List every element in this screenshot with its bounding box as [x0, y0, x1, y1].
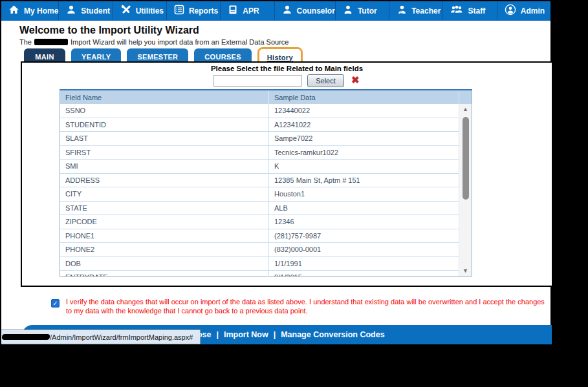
cell-sample-data: (281)757-9987 [268, 229, 459, 243]
staff-icon [450, 5, 463, 17]
apr-icon [228, 5, 238, 17]
cell-sample-data: Tecnics-ramkur1022 [268, 146, 459, 160]
redacted-domain [1, 334, 50, 340]
cell-field-name: SSNO [60, 104, 268, 118]
nav-item-label: Counselor [297, 6, 335, 16]
wizard-panel: Please Select the file Related to Main f… [21, 61, 552, 287]
cell-field-name: DOB [60, 257, 268, 271]
scroll-down-icon[interactable]: ▼ [459, 267, 472, 274]
cell-field-name: SMI [60, 160, 268, 173]
cell-field-name: CITY [60, 187, 268, 201]
cell-sample-data: (832)000-0001 [268, 243, 459, 256]
table-row: SLASTSampe7022 [60, 132, 472, 146]
admin-icon [505, 4, 516, 17]
table-row: ENTRYDATE9/1/2015 [60, 271, 472, 277]
nav-item-staff[interactable]: Staff [443, 1, 497, 20]
clear-file-icon[interactable]: ✖ [351, 74, 360, 86]
status-url-tooltip: /Admin/ImportWizard/frmImportMaping.aspx… [1, 329, 201, 344]
table-row: CITYHouston1 [60, 187, 472, 202]
nav-item-my-home[interactable]: My Home [1, 1, 59, 20]
table-row: ZIPCODE12346 [60, 215, 472, 229]
nav-item-label: Admin [521, 6, 545, 16]
cell-sample-data: A12341022 [268, 118, 459, 132]
cell-field-name: ZIPCODE [60, 215, 268, 229]
nav-item-tutor[interactable]: Tutor [336, 1, 389, 20]
table-body: SSNO123440022STUDENTIDA12341022SLASTSamp… [60, 104, 472, 277]
nav-item-apr[interactable]: APR [221, 1, 274, 20]
column-header-field-name: Field Name [60, 90, 268, 104]
table-header-row: Field Name Sample Data [60, 90, 472, 104]
nav-item-label: Utilities [136, 6, 164, 16]
nav-item-counselor[interactable]: Counselor [275, 1, 336, 20]
nav-item-label: Staff [468, 6, 485, 16]
table-row: PHONE2(832)000-0001 [60, 243, 472, 257]
cell-sample-data: Houston1 [268, 187, 459, 201]
file-select-row: Select ✖ [22, 74, 552, 88]
cell-field-name: SLAST [60, 132, 268, 145]
table-row: ADDRESS12385 Main St, Aptm # 151 [60, 174, 472, 188]
footer-separator: | [274, 330, 276, 339]
cell-field-name: STATE [60, 202, 268, 215]
nav-item-teacher[interactable]: Teacher [389, 1, 443, 20]
teacher-icon [397, 5, 407, 17]
scroll-up-icon[interactable]: ▲ [459, 106, 472, 112]
verify-warning-text: I verify the data changes that will occu… [66, 297, 550, 315]
cell-field-name: ENTRYDATE [60, 271, 268, 277]
footer-action-manage-conversion-codes[interactable]: Manage Conversion Codes [281, 330, 384, 339]
counselor-icon [282, 5, 292, 17]
cell-sample-data: 1/1/1991 [268, 257, 459, 271]
home-icon [8, 5, 19, 17]
table-row: STATEALB [60, 202, 472, 216]
cell-sample-data: 12346 [268, 215, 459, 229]
nav-item-label: Student [81, 6, 110, 16]
scrollbar-thumb[interactable] [463, 117, 469, 200]
nav-item-label: Teacher [411, 6, 441, 16]
footer-separator: | [216, 330, 219, 339]
cell-sample-data: Sampe7022 [268, 132, 459, 145]
select-file-button[interactable]: Select [307, 74, 344, 87]
redacted-word [34, 39, 68, 45]
nav-item-admin[interactable]: Admin [497, 1, 550, 20]
app-window: My HomeStudentUtilitiesReportsAPRCounsel… [0, 0, 550, 343]
nav-item-student[interactable]: Student [59, 1, 113, 20]
column-header-sample-data: Sample Data [268, 90, 459, 104]
verify-checkbox[interactable]: ✓ [51, 299, 60, 308]
nav-item-label: Tutor [358, 6, 377, 16]
footer-action-import-now[interactable]: Import Now [224, 330, 268, 339]
student-icon [66, 5, 76, 17]
nav-item-reports[interactable]: Reports [167, 1, 221, 20]
utilities-icon [120, 5, 131, 17]
cell-sample-data: 123440022 [268, 104, 459, 118]
cell-sample-data: 12385 Main St, Aptm # 151 [268, 174, 459, 187]
nav-item-label: APR [243, 6, 259, 16]
nav-item-label: My Home [24, 6, 58, 16]
cell-field-name: SFIRST [60, 146, 268, 160]
column-header-scrollbar-stub [459, 90, 472, 104]
field-mapping-table: Field Name Sample Data SSNO123440022STUD… [60, 89, 472, 277]
file-path-input[interactable] [213, 75, 302, 87]
nav-item-label: Reports [189, 6, 218, 16]
table-row: DOB1/1/1991 [60, 257, 472, 271]
reports-icon [174, 5, 184, 17]
table-row: SFIRSTTecnics-ramkur1022 [60, 146, 472, 160]
top-navbar: My HomeStudentUtilitiesReportsAPRCounsel… [1, 1, 550, 21]
status-url-path: /Admin/ImportWizard/frmImportMaping.aspx… [50, 333, 193, 341]
table-row: PHONE1(281)757-9987 [60, 229, 472, 244]
cell-sample-data: K [268, 160, 459, 173]
cell-sample-data: 9/1/2015 [268, 271, 459, 277]
cell-field-name: PHONE1 [60, 229, 268, 243]
table-scrollbar[interactable]: ▲ ▼ [459, 104, 472, 276]
cell-field-name: PHONE2 [60, 243, 268, 256]
cell-sample-data: ALB [268, 202, 459, 215]
table-row: SSNO123440022 [60, 104, 472, 118]
table-row: SMIK [60, 160, 472, 174]
file-select-prompt: Please Select the file Related to Main f… [22, 65, 552, 72]
table-row: STUDENTIDA12341022 [60, 118, 472, 132]
cell-field-name: STUDENTID [60, 118, 268, 132]
nav-item-utilities[interactable]: Utilities [113, 1, 167, 20]
cell-field-name: ADDRESS [60, 174, 268, 187]
page-title: Welcome to the Import Utility Wizard [19, 25, 199, 36]
tutor-icon [343, 5, 353, 17]
